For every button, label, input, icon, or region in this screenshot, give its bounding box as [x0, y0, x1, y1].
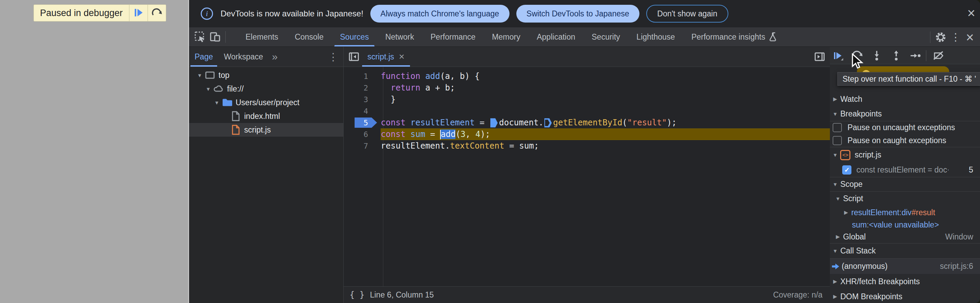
pause-caught-checkbox[interactable]: [833, 136, 842, 145]
switch-devtools-japanese-button[interactable]: Switch DevTools to Japanese: [516, 5, 640, 22]
step-out-button[interactable]: [889, 48, 904, 63]
kebab-menu-icon[interactable]: ⋮: [948, 30, 963, 45]
pause-uncaught-row[interactable]: Pause on uncaught exceptions: [830, 121, 980, 134]
inspect-element-icon[interactable]: [192, 29, 208, 44]
expander-icon[interactable]: ▶: [841, 209, 851, 216]
global-scope-value: Window: [945, 232, 973, 241]
pretty-print-icon[interactable]: { }: [350, 290, 364, 300]
section-scope[interactable]: ▼Scope: [830, 177, 980, 191]
settings-gear-icon[interactable]: [933, 30, 948, 45]
code-line-3[interactable]: 3 }: [344, 94, 830, 105]
deactivate-breakpoints-button[interactable]: [931, 48, 946, 63]
section-breakpoints[interactable]: ▼Breakpoints: [830, 106, 980, 121]
token-plain: (a, b) {: [440, 71, 480, 81]
js-file-icon: <>: [840, 150, 850, 160]
tab-network[interactable]: Network: [377, 27, 422, 46]
tree-item-script-js[interactable]: script.js: [189, 123, 343, 136]
code-editor[interactable]: 1function add(a, b) {2 return a + b;3 }4…: [344, 67, 830, 286]
infobar-close-button[interactable]: ×: [967, 6, 975, 20]
hide-navigator-icon[interactable]: [346, 49, 361, 64]
breakpoint-entry-line: 5: [969, 165, 973, 175]
navigator-tabs: Page Workspace » ⋮: [189, 47, 343, 67]
tab-security[interactable]: Security: [583, 27, 628, 46]
breakpoint-entry-checkbox[interactable]: ✓: [842, 165, 851, 175]
code-line-7[interactable]: 7resultElement.textContent = sum;: [344, 140, 830, 152]
tab-performance[interactable]: Performance: [422, 27, 484, 46]
section-dom-breakpoints[interactable]: ▶DOM Breakpoints: [830, 289, 980, 303]
resume-script-button[interactable]: [129, 5, 147, 21]
tab-memory[interactable]: Memory: [484, 27, 529, 46]
section-xhr-breakpoints[interactable]: ▶XHR/fetch Breakpoints: [830, 274, 980, 289]
scope-var-sum[interactable]: sum: <value unavailable>: [830, 219, 980, 230]
line-number[interactable]: 5: [344, 119, 377, 127]
expander-icon[interactable]: ▶: [830, 96, 840, 102]
file-tree: ▼top▼file://▼Users/user/projectindex.htm…: [189, 67, 343, 136]
step-into-button[interactable]: [869, 48, 884, 63]
tree-item-label: script.js: [244, 125, 271, 135]
tab-lighthouse[interactable]: Lighthouse: [628, 27, 683, 46]
code-line-4[interactable]: 4: [344, 105, 830, 117]
hide-debugger-icon[interactable]: [812, 49, 827, 64]
tab-console[interactable]: Console: [286, 27, 332, 46]
expander-icon[interactable]: ▼: [833, 196, 843, 201]
code-line-6[interactable]: 6const sum = add(3, 4);: [344, 128, 830, 140]
section-call-stack[interactable]: ▼Call Stack: [830, 243, 980, 258]
navigator-kebab-icon[interactable]: ⋮: [328, 51, 339, 63]
call-stack-frame[interactable]: (anonymous)script.js:6: [830, 258, 980, 274]
expander-icon[interactable]: ▼: [830, 152, 840, 158]
line-number[interactable]: 4: [344, 107, 377, 116]
line-number[interactable]: 7: [344, 142, 377, 150]
token-vardef: resultElement: [410, 118, 475, 127]
line-number[interactable]: 1: [344, 72, 377, 81]
token-number: 4: [475, 130, 480, 139]
expander-icon[interactable]: ▼: [830, 111, 840, 117]
scope-var-resultelement[interactable]: ▶resultElement: div#result: [830, 206, 980, 219]
line-number[interactable]: 2: [344, 84, 377, 92]
expander-icon[interactable]: ▶: [830, 293, 840, 300]
breakpoint-file-group[interactable]: ▼<>script.js: [830, 147, 980, 163]
tab-application[interactable]: Application: [529, 27, 584, 46]
tab-performance-insights[interactable]: Performance insights: [683, 27, 787, 46]
tab-label: Sources: [340, 32, 369, 42]
always-match-language-button[interactable]: Always match Chrome's language: [370, 5, 509, 22]
breakpoint-entry[interactable]: ✓const resultElement = doc⋯5: [830, 163, 980, 177]
tab-workspace[interactable]: Workspace: [218, 47, 269, 67]
section-watch[interactable]: ▶Watch: [830, 92, 980, 106]
code-line-2[interactable]: 2 return a + b;: [344, 82, 830, 94]
tree-item-users-user-project[interactable]: ▼Users/user/project: [189, 96, 343, 109]
var-value-tag: div: [901, 208, 911, 217]
inline-breakpoint-icon[interactable]: [490, 118, 498, 127]
expander-icon[interactable]: ▼: [830, 181, 840, 187]
more-tabs-chevron-icon[interactable]: »: [272, 51, 278, 62]
tab-page[interactable]: Page: [189, 47, 218, 67]
expander-icon[interactable]: ▼: [212, 100, 221, 106]
editor-pane: script.js × 1function add(a, b) {2 retur…: [344, 47, 830, 303]
step-over-page-button[interactable]: [147, 5, 166, 21]
device-toolbar-icon[interactable]: [208, 29, 223, 44]
editor-tab-close-icon[interactable]: ×: [399, 51, 404, 62]
expander-icon[interactable]: ▼: [830, 248, 840, 254]
tree-item-top[interactable]: ▼top: [189, 68, 343, 82]
tab-sources[interactable]: Sources: [332, 27, 377, 46]
code-line-1[interactable]: 1function add(a, b) {: [344, 70, 830, 82]
dont-show-again-button[interactable]: Don't show again: [646, 5, 728, 22]
tree-item-index-html[interactable]: index.html: [189, 109, 343, 123]
tab-elements[interactable]: Elements: [237, 27, 286, 46]
expander-icon[interactable]: ▼: [204, 86, 213, 92]
expander-icon[interactable]: ▼: [195, 72, 204, 78]
devtools-close-button[interactable]: ×: [966, 30, 974, 44]
step-button[interactable]: [908, 48, 923, 63]
expander-icon[interactable]: ▶: [830, 278, 840, 284]
code-line-5[interactable]: 5const resultElement = document.getEleme…: [344, 117, 830, 128]
pause-caught-row[interactable]: Pause on caught exceptions: [830, 134, 980, 147]
scope-global-group[interactable]: ▶GlobalWindow: [830, 230, 980, 243]
editor-tab-scriptjs[interactable]: script.js ×: [361, 47, 410, 67]
resume-button[interactable]: [830, 48, 845, 63]
inline-breakpoint-outline-icon[interactable]: [544, 118, 552, 127]
tree-item-file[interactable]: ▼file://: [189, 82, 343, 96]
scope-script-group[interactable]: ▼Script: [830, 191, 980, 206]
line-number[interactable]: 3: [344, 95, 377, 104]
line-number[interactable]: 6: [344, 130, 377, 139]
expander-icon[interactable]: ▶: [833, 234, 843, 240]
pause-uncaught-checkbox[interactable]: [833, 123, 842, 132]
